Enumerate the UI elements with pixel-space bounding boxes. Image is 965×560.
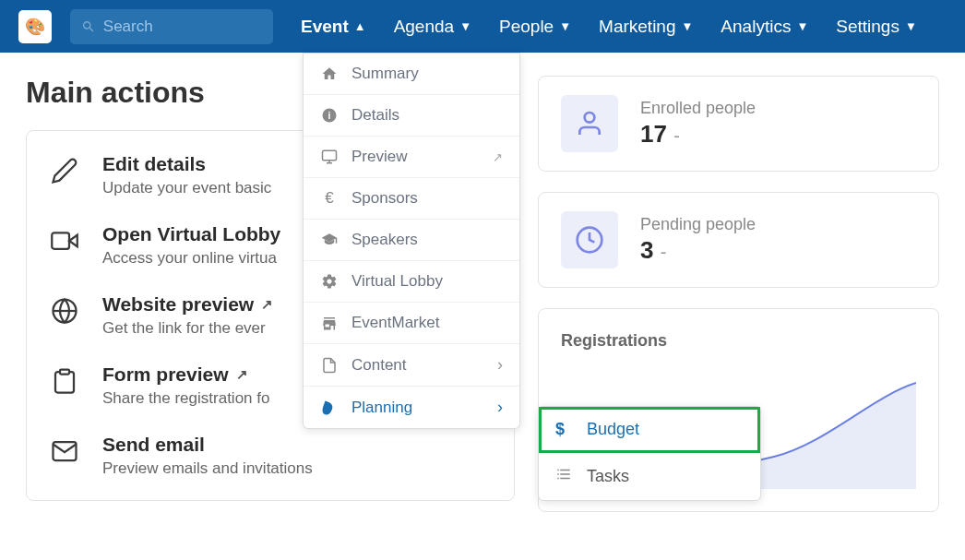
- search-box[interactable]: [70, 9, 273, 44]
- action-title: Send email: [102, 434, 313, 456]
- nav-label: People: [499, 17, 554, 37]
- stat-text: Pending people 3 -: [640, 215, 756, 265]
- nav-analytics[interactable]: Analytics▼: [721, 17, 808, 37]
- action-desc: Preview emails and invitations: [102, 459, 313, 478]
- nav-label: Agenda: [394, 17, 455, 37]
- clipboard-icon: [47, 363, 82, 399]
- dd-details[interactable]: iDetails: [304, 95, 519, 137]
- chevron-down-icon: ▼: [681, 19, 693, 33]
- stat-text: Enrolled people 17 -: [640, 99, 756, 149]
- event-dropdown: Summary iDetails Preview↗ €Sponsors Spea…: [303, 53, 520, 429]
- external-link-icon: ↗: [236, 366, 248, 383]
- chevron-up-icon: ▲: [354, 19, 366, 33]
- dd-label: Planning: [351, 399, 412, 417]
- dd-content[interactable]: Content›: [304, 344, 519, 387]
- action-desc: Share the registration fo: [102, 389, 269, 408]
- submenu-budget[interactable]: $Budget: [539, 407, 760, 453]
- dd-virtual-lobby[interactable]: Virtual Lobby: [304, 261, 519, 303]
- gears-icon: [320, 272, 339, 291]
- action-send-email[interactable]: Send email Preview emails and invitation…: [27, 421, 514, 491]
- top-nav-bar: 🎨 Event▲ Agenda▼ People▼ Marketing▼ Anal…: [0, 0, 965, 53]
- nav-label: Settings: [836, 17, 899, 37]
- dd-label: Sponsors: [351, 189, 418, 208]
- nav-people[interactable]: People▼: [499, 17, 571, 37]
- sub-label: Tasks: [587, 467, 629, 486]
- action-text: Website preview ↗ Get the link for the e…: [102, 293, 273, 338]
- dd-eventmarket[interactable]: EventMarket: [304, 303, 519, 344]
- app-logo[interactable]: 🎨: [18, 10, 52, 43]
- envelope-icon: [47, 434, 82, 469]
- home-icon: [320, 65, 339, 83]
- graduation-icon: [320, 231, 339, 249]
- action-title: Open Virtual Lobby: [102, 223, 280, 245]
- stat-label: Enrolled people: [640, 99, 756, 118]
- file-icon: [320, 356, 339, 375]
- action-title: Edit details: [102, 153, 271, 175]
- search-icon: [81, 18, 96, 35]
- dd-label: Speakers: [351, 231, 418, 249]
- registrations-title: Registrations: [561, 331, 916, 351]
- main-nav: Event▲ Agenda▼ People▼ Marketing▼ Analyt…: [301, 17, 917, 37]
- dd-label: Content: [351, 356, 407, 375]
- stat-label: Pending people: [640, 215, 756, 234]
- nav-agenda[interactable]: Agenda▼: [394, 17, 471, 37]
- video-icon: [47, 223, 82, 258]
- pending-card[interactable]: Pending people 3 -: [538, 192, 939, 288]
- action-title: Website preview ↗: [102, 293, 273, 316]
- action-text: Form preview ↗ Share the registration fo: [102, 363, 269, 408]
- action-text: Edit details Update your event basic: [102, 153, 271, 197]
- dd-sponsors[interactable]: €Sponsors: [304, 178, 519, 220]
- nav-event[interactable]: Event▲: [301, 17, 366, 37]
- stat-value: 17 -: [640, 120, 756, 149]
- sub-label: Budget: [587, 420, 639, 439]
- action-desc: Update your event basic: [102, 179, 271, 197]
- svg-rect-0: [52, 232, 69, 249]
- euro-icon: €: [320, 189, 339, 208]
- stat-value: 3 -: [640, 236, 756, 265]
- info-icon: i: [320, 106, 339, 125]
- chevron-down-icon: ▼: [559, 19, 571, 33]
- svg-point-4: [585, 113, 595, 123]
- nav-settings[interactable]: Settings▼: [836, 17, 917, 37]
- action-text: Open Virtual Lobby Access your online vi…: [102, 223, 280, 268]
- nav-label: Analytics: [721, 17, 791, 37]
- nav-marketing[interactable]: Marketing▼: [599, 17, 693, 37]
- tasks-icon: [555, 466, 574, 487]
- nav-label: Marketing: [599, 17, 675, 37]
- dd-label: Summary: [351, 65, 419, 83]
- chevron-down-icon: ▼: [459, 19, 471, 33]
- dd-label: Virtual Lobby: [351, 272, 443, 291]
- chevron-right-icon: ›: [497, 398, 503, 417]
- store-icon: [320, 314, 339, 332]
- enrolled-card[interactable]: Enrolled people 17 -: [538, 76, 939, 172]
- pencil-icon: [47, 153, 82, 188]
- nav-label: Event: [301, 17, 349, 37]
- external-link-icon: ↗: [493, 150, 503, 164]
- dd-label: EventMarket: [351, 314, 439, 332]
- search-input[interactable]: [103, 18, 262, 36]
- external-link-icon: ↗: [261, 296, 273, 313]
- svg-rect-3: [60, 370, 69, 375]
- chevron-down-icon: ▼: [905, 19, 917, 33]
- dd-label: Details: [351, 106, 399, 125]
- planning-submenu: $Budget Tasks: [538, 406, 761, 501]
- svg-rect-8: [323, 150, 337, 161]
- dd-label: Preview: [351, 148, 407, 166]
- monitor-icon: [320, 148, 339, 166]
- action-desc: Get the link for the ever: [102, 319, 273, 338]
- submenu-tasks[interactable]: Tasks: [539, 453, 760, 500]
- dd-speakers[interactable]: Speakers: [304, 220, 519, 261]
- dollar-icon: $: [555, 420, 574, 439]
- chevron-right-icon: ›: [497, 355, 503, 375]
- clock-icon: [561, 211, 618, 268]
- dd-preview[interactable]: Preview↗: [304, 137, 519, 178]
- chevron-down-icon: ▼: [796, 19, 808, 33]
- svg-text:i: i: [328, 110, 331, 121]
- dd-planning[interactable]: Planning›: [304, 387, 519, 428]
- leaf-icon: [320, 399, 339, 417]
- action-desc: Access your online virtua: [102, 249, 280, 268]
- action-title: Form preview ↗: [102, 363, 269, 386]
- person-icon: [561, 95, 618, 152]
- globe-icon: [47, 293, 82, 328]
- dd-summary[interactable]: Summary: [304, 54, 519, 95]
